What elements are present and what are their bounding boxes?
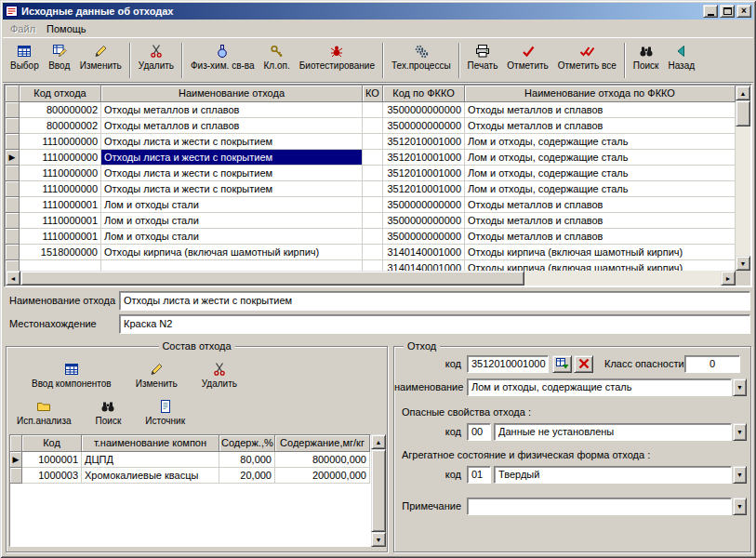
toolbar-button-select-table[interactable]: Выбор bbox=[6, 40, 44, 81]
toolbar-button-edit[interactable]: Изменить bbox=[131, 358, 182, 390]
table-row[interactable]: 1110000000Отходы листа и жести с покрыти… bbox=[6, 166, 736, 181]
main-grid-column-header[interactable]: Код отхода bbox=[20, 86, 101, 102]
row-selector bbox=[6, 134, 20, 150]
table-row[interactable]: 1110000001Лом и отходы стали350000000000… bbox=[6, 229, 736, 245]
toolbar-button-double-check[interactable]: Отметить все bbox=[553, 40, 621, 81]
close-button[interactable]: × bbox=[736, 5, 751, 18]
toolbar-button-label: Ввод компонентов bbox=[32, 379, 112, 389]
composition-column-header[interactable]: Код bbox=[22, 435, 82, 452]
toolbar-button-label: Ввод bbox=[48, 60, 70, 71]
hazard-code-field[interactable]: 00 bbox=[467, 423, 491, 441]
waste-name-field[interactable]: Отходы листа и жести с покрытием bbox=[119, 291, 750, 311]
maximize-button[interactable] bbox=[720, 5, 735, 18]
toolbar-button-check[interactable]: Отметить bbox=[502, 40, 552, 81]
minimize-button[interactable] bbox=[703, 5, 718, 18]
cell-fkko-code: 3500000000000 bbox=[383, 118, 465, 134]
toolbar-button-input-form[interactable]: Ввод bbox=[44, 40, 75, 81]
table-row[interactable]: 800000002Отходы металлов и сплавов350000… bbox=[6, 102, 736, 118]
composition-column-header[interactable]: т.наименование компон bbox=[82, 435, 219, 452]
toolbar-button-edit[interactable]: Изменить bbox=[75, 40, 126, 81]
table-row[interactable]: 1000003Хромокалиевые квасцы20,000200000,… bbox=[10, 468, 370, 484]
main-grid-hscrollbar[interactable]: ◄ ► bbox=[6, 271, 736, 286]
scroll-track[interactable] bbox=[20, 271, 721, 286]
menu-help[interactable]: Помощь bbox=[41, 21, 92, 36]
toolbar-button-select-table[interactable]: Ввод компонентов bbox=[27, 358, 116, 390]
scroll-thumb[interactable] bbox=[736, 100, 750, 126]
main-grid-column-header[interactable]: Наименование отхода bbox=[101, 86, 363, 102]
table-row[interactable]: ▶1000001ДЦПД80,000800000,000 bbox=[10, 452, 370, 468]
table-row[interactable]: 1110000000Отходы листа и жести с покрыти… bbox=[6, 134, 736, 150]
fkko-pick-button[interactable] bbox=[552, 355, 572, 373]
composition-column-header[interactable]: Содержание,мг/кг bbox=[275, 435, 370, 452]
hazard-text-field[interactable]: Данные не установлены bbox=[494, 423, 732, 441]
fkko-name-dropdown-button[interactable]: ▼ bbox=[733, 379, 747, 396]
clear-code-button[interactable] bbox=[574, 355, 593, 373]
waste-code-field[interactable]: 3512010001000 bbox=[467, 355, 549, 373]
toolbar-separator bbox=[382, 43, 384, 78]
table-row[interactable]: 1518000000Отходы кирпича (включая шамотн… bbox=[6, 245, 736, 260]
main-grid-column-header[interactable]: КО bbox=[363, 86, 383, 102]
cell-fkko-name: Лом и отходы, содержащие сталь bbox=[465, 150, 736, 166]
table-row[interactable]: 800000002Отходы металлов и сплавов350000… bbox=[6, 118, 736, 134]
row-selector: ▶ bbox=[6, 150, 20, 166]
scroll-thumb[interactable] bbox=[20, 271, 524, 286]
toolbar-button-binoculars[interactable]: Поиск bbox=[91, 395, 126, 427]
toolbar-button-source-doc[interactable]: Источник bbox=[140, 395, 190, 427]
cell-waste-code: 800000002 bbox=[20, 118, 101, 134]
cell-waste-code: 1110000000 bbox=[20, 150, 101, 166]
cell-waste-name: Лом и отходы стали bbox=[101, 213, 363, 229]
main-grid-column-header[interactable]: Наименование отхода по ФККО bbox=[465, 86, 736, 102]
scroll-track[interactable] bbox=[371, 449, 386, 532]
main-grid-vscrollbar[interactable]: ▲ ▼ bbox=[736, 86, 750, 271]
scroll-down-button[interactable]: ▼ bbox=[371, 532, 386, 547]
toolbar-button-printer[interactable]: Печать bbox=[463, 40, 503, 81]
state-code-field[interactable]: 01 bbox=[467, 466, 491, 484]
toolbar-button-key[interactable]: Кл.оп. bbox=[259, 40, 295, 81]
scroll-up-button[interactable]: ▲ bbox=[736, 86, 750, 100]
scroll-right-button[interactable]: ► bbox=[721, 271, 736, 286]
menu-file[interactable]: Файл bbox=[5, 21, 41, 36]
table-row[interactable]: ▶1110000000Отходы листа и жести с покрыт… bbox=[6, 150, 736, 166]
dropdown-icon: ▼ bbox=[736, 429, 743, 435]
cell-ko bbox=[363, 213, 383, 229]
composition-column-header[interactable]: Содерж.,% bbox=[219, 435, 275, 452]
title-bar[interactable]: Исходные данные об отходах × bbox=[3, 3, 753, 20]
hazard-dropdown-button[interactable]: ▼ bbox=[733, 423, 747, 441]
toolbar-button-delete[interactable]: Удалить bbox=[134, 40, 179, 81]
cell-fkko-name: Отходы металлов и сплавов bbox=[465, 197, 736, 213]
cell-waste-code: 1110000001 bbox=[20, 213, 101, 229]
toolbar-separator bbox=[181, 43, 183, 78]
scroll-up-button[interactable]: ▲ bbox=[371, 434, 386, 449]
toolbar-button-binoculars[interactable]: Поиск bbox=[629, 40, 664, 81]
table-row[interactable]: 3140140001000Отходы кирпича (включая шам… bbox=[6, 260, 736, 271]
state-text-field[interactable]: Твердый bbox=[494, 466, 732, 484]
toolbar-button-bug[interactable]: Биотестирование bbox=[295, 40, 379, 81]
table-row[interactable]: 1110000000Отходы листа и жести с покрыти… bbox=[6, 181, 736, 197]
location-field[interactable]: Краска N2 bbox=[119, 314, 750, 334]
hazard-class-field[interactable]: 0 bbox=[684, 355, 740, 373]
toolbar-button-back-arrow[interactable]: Назад bbox=[663, 40, 699, 81]
hazard-class-label: Класс опасности bbox=[604, 358, 684, 369]
scroll-down-icon: ▼ bbox=[740, 260, 747, 267]
toolbar-button-gears[interactable]: Тех.процессы bbox=[387, 40, 456, 81]
note-field[interactable] bbox=[467, 498, 732, 515]
toolbar-button-label: Биотестирование bbox=[299, 60, 375, 71]
scroll-down-button[interactable]: ▼ bbox=[736, 256, 750, 271]
composition-toolbar-row1: Ввод компонентовИзменитьУдалить bbox=[27, 358, 242, 390]
scroll-track[interactable] bbox=[736, 100, 750, 256]
cell-waste-name: Отходы металлов и сплавов bbox=[101, 118, 363, 134]
scroll-thumb[interactable] bbox=[371, 449, 386, 532]
close-icon: × bbox=[741, 7, 747, 16]
state-dropdown-button[interactable]: ▼ bbox=[733, 466, 747, 484]
waste-fkko-name-field[interactable]: Лом и отходы, содержащие сталь bbox=[467, 379, 732, 396]
note-dropdown-button[interactable]: ▼ bbox=[733, 498, 747, 515]
toolbar-button-delete[interactable]: Удалить bbox=[197, 358, 242, 390]
toolbar-button-folder[interactable]: Исп.анализа bbox=[12, 395, 76, 427]
table-row[interactable]: 1110000001Лом и отходы стали350000000000… bbox=[6, 213, 736, 229]
composition-vscrollbar[interactable]: ▲ ▼ bbox=[371, 434, 386, 547]
scroll-left-button[interactable]: ◄ bbox=[6, 271, 20, 286]
toolbar-button-flask[interactable]: Физ-хим. св-ва bbox=[186, 40, 259, 81]
main-grid-column-header[interactable]: Код по ФККО bbox=[383, 86, 465, 102]
table-row[interactable]: 1110000001Лом и отходы стали350000000000… bbox=[6, 197, 736, 213]
row-selector bbox=[6, 118, 20, 134]
